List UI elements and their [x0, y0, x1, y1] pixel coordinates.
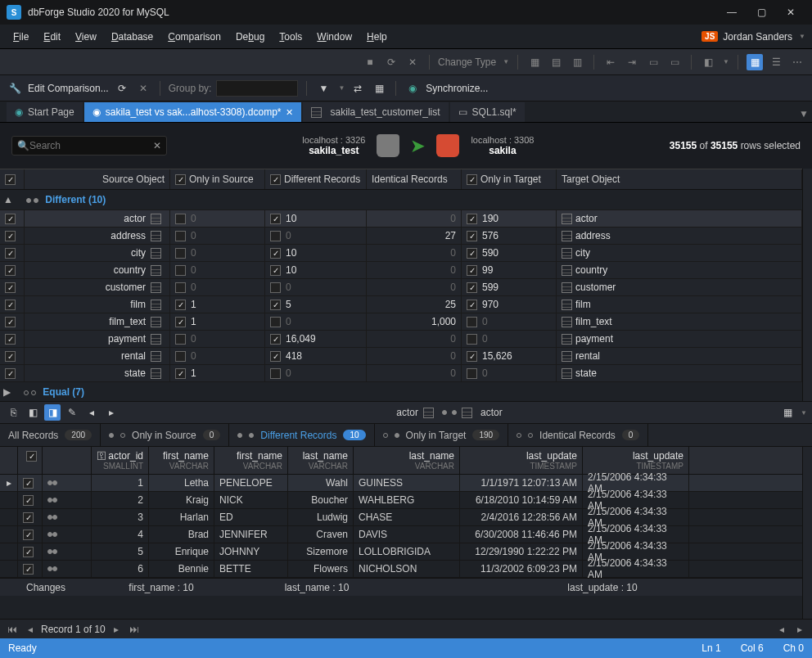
checkbox[interactable] [23, 564, 34, 575]
layout-a-icon[interactable]: ◧ [25, 404, 41, 421]
layout1-icon[interactable]: ▦ [526, 54, 543, 70]
tab-sql1[interactable]: ▭ SQL1.sql* [450, 102, 525, 122]
checkbox[interactable] [23, 530, 34, 540]
checkbox[interactable] [270, 300, 281, 310]
grid-icon[interactable]: ▦ [779, 404, 796, 421]
delete-icon[interactable]: ✕ [404, 54, 421, 70]
checkbox[interactable] [5, 265, 16, 276]
checkbox[interactable] [5, 300, 16, 310]
checkbox[interactable] [467, 300, 477, 310]
filter-tab[interactable]: Different Records 10 [229, 424, 374, 446]
first-icon[interactable]: ⏮ [5, 622, 20, 637]
table-row[interactable]: customer 000599customer [0, 278, 802, 295]
table-row[interactable]: country 010099country [0, 261, 802, 278]
indent-right-icon[interactable]: ⇥ [624, 54, 640, 70]
close-button[interactable]: ✕ [776, 2, 805, 22]
checkbox[interactable] [175, 368, 186, 379]
checkbox[interactable] [175, 174, 186, 185]
script-icon[interactable]: ⎘ [5, 404, 21, 421]
menu-database[interactable]: Database [105, 28, 160, 46]
table-row[interactable]: film 1525970film [0, 295, 802, 313]
chevron-down-icon[interactable]: ▼ [503, 58, 509, 65]
column-header[interactable]: last_nameVARCHAR [354, 447, 460, 474]
database-icon[interactable]: ◉ [404, 80, 421, 97]
stop-icon[interactable]: ■ [362, 54, 378, 70]
minimize-button[interactable]: — [717, 2, 747, 22]
col-target-object[interactable]: Target Object [557, 169, 802, 189]
swap-icon[interactable]: ⇄ [350, 80, 366, 97]
chevron-down-icon[interactable]: ▼ [801, 409, 807, 417]
wrench-icon[interactable]: 🔧 [7, 80, 23, 97]
checkbox[interactable] [5, 231, 16, 241]
scrollbar[interactable] [802, 447, 812, 619]
filter-tab[interactable]: Identical Records 0 [508, 424, 648, 446]
col-only-source[interactable]: Only in Source [189, 174, 254, 185]
columns-icon[interactable]: ▦ [371, 80, 387, 97]
checkbox[interactable] [467, 231, 477, 241]
column-header[interactable]: first_nameVARCHAR [149, 447, 214, 474]
filter-icon[interactable]: ▼ [315, 80, 332, 97]
grid-view-icon[interactable]: ▦ [747, 54, 763, 70]
search-input[interactable] [29, 140, 153, 151]
last-icon[interactable]: ⏭ [127, 622, 142, 637]
layout-b-icon[interactable]: ◨ [44, 404, 61, 421]
user-block[interactable]: JS Jordan Sanders ▼ [701, 31, 805, 43]
checkbox[interactable] [270, 317, 281, 327]
checkbox[interactable] [175, 334, 186, 345]
checkbox-all[interactable] [5, 174, 16, 185]
checkbox[interactable] [175, 282, 186, 293]
table-row[interactable]: film_text 101,0000film_text [0, 313, 802, 330]
prev-icon[interactable]: ◂ [83, 404, 100, 421]
checkbox[interactable] [175, 231, 186, 241]
column-header[interactable]: ⚿actor_idSMALLINT [92, 447, 149, 474]
menu-edit[interactable]: Edit [37, 28, 67, 46]
menu-comparison[interactable]: Comparison [161, 28, 228, 46]
checkbox[interactable] [175, 351, 186, 362]
checkbox[interactable] [175, 265, 186, 276]
next-icon[interactable]: ▸ [103, 404, 120, 421]
group-by-select[interactable] [216, 80, 298, 97]
checkbox[interactable] [5, 334, 16, 345]
bookmarks-icon[interactable]: ◧ [700, 54, 716, 70]
comment-icon[interactable]: ▭ [645, 54, 661, 70]
edit-icon[interactable]: ✎ [64, 404, 80, 421]
menu-help[interactable]: Help [360, 28, 394, 46]
search-box[interactable]: 🔍 ✕ [11, 136, 167, 155]
maximize-button[interactable]: ▢ [747, 2, 776, 22]
checkbox[interactable] [467, 351, 477, 362]
menu-view[interactable]: View [69, 28, 103, 46]
checkbox[interactable] [467, 214, 477, 224]
tab-customer-list[interactable]: sakila_test_customer_list [303, 102, 448, 122]
close-icon[interactable]: ✕ [286, 107, 293, 118]
filter-tab[interactable]: Only in Target 190 [375, 424, 509, 446]
scroll-left-icon[interactable]: ◂ [774, 622, 789, 637]
menu-window[interactable]: Window [310, 28, 359, 46]
scroll-right-icon[interactable]: ▸ [792, 622, 807, 637]
col-source-object[interactable]: Source Object [25, 169, 170, 189]
checkbox[interactable] [467, 334, 477, 345]
menu-tools[interactable]: Tools [273, 28, 309, 46]
detail-row[interactable]: 6BennieBETTEFlowersNICHOLSON11/3/2002 6:… [0, 561, 802, 578]
checkbox[interactable] [270, 174, 281, 185]
checkbox[interactable] [5, 248, 16, 259]
checkbox[interactable] [270, 248, 281, 259]
checkbox-all[interactable] [26, 451, 37, 462]
group-equal[interactable]: ▶ Equal (7) [0, 381, 802, 401]
filter-tab[interactable]: Only in Source 0 [101, 424, 229, 446]
prev-icon[interactable]: ◂ [23, 622, 38, 637]
table-row[interactable]: rental 0418015,626rental [0, 347, 802, 364]
checkbox[interactable] [175, 214, 186, 224]
layout3-icon[interactable]: ▥ [569, 54, 585, 70]
col-identical[interactable]: Identical Records [367, 169, 462, 189]
uncomment-icon[interactable]: ▭ [666, 54, 683, 70]
checkbox[interactable] [23, 495, 34, 506]
tab-start-page[interactable]: ◉ Start Page [7, 102, 83, 122]
checkbox[interactable] [270, 231, 281, 241]
checkbox[interactable] [270, 368, 281, 379]
checkbox[interactable] [467, 248, 477, 259]
tabs-dropdown[interactable]: ▼ [796, 106, 812, 122]
checkbox[interactable] [270, 214, 281, 224]
clear-icon[interactable]: ✕ [153, 140, 161, 151]
more-icon[interactable]: ⋯ [789, 54, 805, 70]
checkbox[interactable] [270, 282, 281, 293]
